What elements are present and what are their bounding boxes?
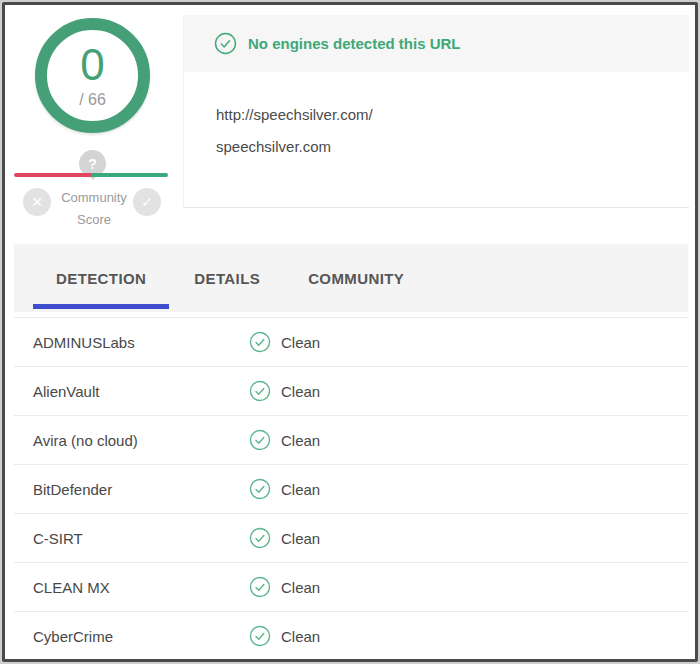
scanned-domain: speechsilver.com xyxy=(216,131,689,163)
detection-score-total: / 66 xyxy=(79,91,106,109)
screenshot-frame: 0 / 66 ? ✕ ✓ Community Score xyxy=(2,2,698,662)
tab-details[interactable]: DETAILS xyxy=(170,244,284,312)
engine-result: Clean xyxy=(249,429,320,451)
scan-summary-card: No engines detected this URL http://spee… xyxy=(183,15,689,208)
url-info: http://speechsilver.com/ speechsilver.co… xyxy=(184,72,689,163)
status-banner: No engines detected this URL xyxy=(184,15,689,72)
clean-check-icon xyxy=(249,576,271,598)
result-label: Clean xyxy=(281,481,320,498)
clean-check-icon xyxy=(249,625,271,647)
engine-result: Clean xyxy=(249,478,320,500)
table-row: Avira (no cloud) Clean xyxy=(14,416,688,465)
detections-table: ADMINUSLabs Clean AlienVault Clean Avira… xyxy=(14,317,688,661)
engine-result: Clean xyxy=(249,527,320,549)
clean-check-icon xyxy=(249,331,271,353)
engine-result: Clean xyxy=(249,331,320,353)
engine-name: AlienVault xyxy=(14,383,249,400)
detection-score-value: 0 xyxy=(80,43,104,87)
engine-name: C-SIRT xyxy=(14,530,249,547)
table-row: CLEAN MX Clean xyxy=(14,563,688,612)
engine-name: CyberCrime xyxy=(14,628,249,645)
clean-check-icon xyxy=(249,478,271,500)
table-row: CyberCrime Clean xyxy=(14,612,688,661)
status-message: No engines detected this URL xyxy=(248,35,461,52)
engine-result: Clean xyxy=(249,380,320,402)
table-row: C-SIRT Clean xyxy=(14,514,688,563)
result-label: Clean xyxy=(281,628,320,645)
table-row: AlienVault Clean xyxy=(14,367,688,416)
result-label: Clean xyxy=(281,383,320,400)
question-icon: ? xyxy=(88,156,97,172)
engine-name: BitDefender xyxy=(14,481,249,498)
check-circle-icon xyxy=(214,32,237,55)
engine-name: Avira (no cloud) xyxy=(14,432,249,449)
scanned-url: http://speechsilver.com/ xyxy=(216,99,689,131)
tab-bar: DETECTION DETAILS COMMUNITY xyxy=(14,244,688,312)
tab-detection[interactable]: DETECTION xyxy=(32,244,170,312)
virustotal-report-page: 0 / 66 ? ✕ ✓ Community Score xyxy=(0,0,700,664)
result-label: Clean xyxy=(281,579,320,596)
result-label: Clean xyxy=(281,334,320,351)
result-label: Clean xyxy=(281,432,320,449)
engine-result: Clean xyxy=(249,576,320,598)
table-row: BitDefender Clean xyxy=(14,465,688,514)
engine-result: Clean xyxy=(249,625,320,647)
clean-check-icon xyxy=(249,429,271,451)
community-score-bar xyxy=(14,173,168,177)
score-panel: 0 / 66 ? ✕ ✓ Community Score xyxy=(5,5,183,245)
clean-check-icon xyxy=(249,527,271,549)
clean-check-icon xyxy=(249,380,271,402)
engine-name: CLEAN MX xyxy=(14,579,249,596)
community-score-label: Community Score xyxy=(5,187,183,231)
engine-name: ADMINUSLabs xyxy=(14,334,249,351)
detection-score-gauge: 0 / 66 xyxy=(35,18,150,133)
table-row: ADMINUSLabs Clean xyxy=(14,318,688,367)
result-label: Clean xyxy=(281,530,320,547)
tab-community[interactable]: COMMUNITY xyxy=(284,244,428,312)
